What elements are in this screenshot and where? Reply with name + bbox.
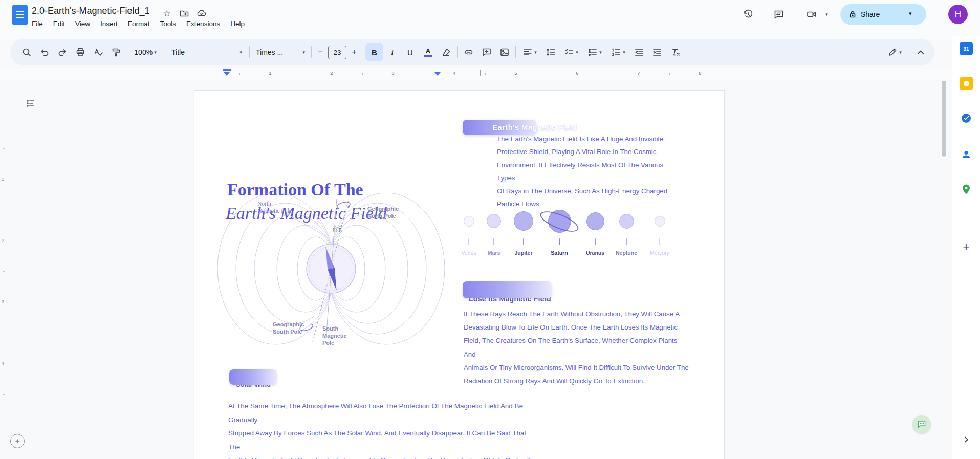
menu-format[interactable]: Format <box>123 18 155 29</box>
redo-icon[interactable] <box>53 43 71 61</box>
bulleted-list-icon[interactable]: ▾ <box>583 43 606 61</box>
decrease-font-size-button[interactable]: − <box>314 43 327 61</box>
increase-indent-icon[interactable] <box>648 43 666 61</box>
add-addon-icon[interactable]: + <box>960 241 973 254</box>
first-line-indent-marker[interactable] <box>223 69 231 71</box>
toolbar-divider <box>164 46 164 58</box>
underline-button[interactable]: U <box>401 43 419 61</box>
planet-label: Mars <box>488 250 500 256</box>
comments-icon[interactable] <box>772 7 786 21</box>
checklist-icon[interactable]: ▾ <box>559 43 583 61</box>
decrease-indent-icon[interactable] <box>630 43 648 61</box>
ruler-number: 8 <box>699 70 701 76</box>
keep-icon[interactable] <box>960 77 973 90</box>
assistant-fab[interactable] <box>912 415 931 433</box>
menu-extensions[interactable]: Extensions <box>181 18 225 29</box>
planet-label: Venus <box>461 250 476 256</box>
print-icon[interactable] <box>71 43 89 61</box>
paragraph-style-select[interactable]: Title▾ <box>166 45 247 60</box>
document-title[interactable]: 2.0-Earth's-Magnetic-Field_1 <box>32 6 150 16</box>
vertical-scrollbar[interactable] <box>942 81 946 157</box>
line-spacing-icon[interactable] <box>541 43 559 61</box>
text-color-bar <box>424 55 432 57</box>
magnetic-field-diagram[interactable]: North Magnetic Pole Geographic North Pol… <box>212 193 453 355</box>
avatar[interactable]: H <box>948 5 968 24</box>
clear-formatting-icon[interactable] <box>666 43 684 61</box>
ruler-tick <box>301 73 301 75</box>
editing-mode-button[interactable]: ▾ <box>882 43 907 61</box>
ruler-tick <box>485 73 486 75</box>
planet-circle <box>586 212 604 230</box>
paint-format-icon[interactable] <box>107 43 125 61</box>
ruler-tick <box>239 73 240 75</box>
style-caret-icon: ▾ <box>239 50 242 55</box>
docs-logo-icon[interactable] <box>12 5 28 25</box>
maps-icon[interactable] <box>960 183 973 196</box>
menu-edit[interactable]: Edit <box>48 18 70 29</box>
left-indent-marker[interactable] <box>224 72 230 76</box>
search-menus-icon[interactable] <box>17 43 35 61</box>
version-history-icon[interactable] <box>741 7 755 21</box>
panel-expand-icon[interactable] <box>960 433 973 446</box>
add-comment-icon[interactable] <box>477 43 495 61</box>
menu-tools[interactable]: Tools <box>155 18 182 29</box>
star-icon[interactable]: ☆ <box>161 8 172 19</box>
lock-icon <box>848 10 857 18</box>
italic-button[interactable]: I <box>383 43 401 61</box>
toolbar-divider <box>363 46 363 58</box>
hide-menus-button[interactable] <box>911 43 929 61</box>
increase-font-size-button[interactable]: + <box>347 43 361 61</box>
ruler-number: 2 <box>330 70 333 76</box>
ruler-tick <box>547 73 547 75</box>
font-caret-icon: ▾ <box>302 50 305 55</box>
section3-badge[interactable] <box>229 369 277 385</box>
undo-icon[interactable] <box>35 43 53 61</box>
tasks-icon[interactable] <box>960 112 973 125</box>
calendar-icon[interactable]: 31 <box>960 42 973 55</box>
explore-icon[interactable] <box>10 434 25 448</box>
toolbar: 100%▾ Title▾ Times ...▾ − 23 + B I U A <box>10 39 934 65</box>
column-indent-marker[interactable] <box>434 72 441 76</box>
section1-paragraph[interactable]: The Earth's Magnetic Field Is Like A Hug… <box>497 133 681 210</box>
share-button[interactable]: Share ▾ <box>840 4 926 25</box>
highlight-color-icon[interactable] <box>437 43 455 61</box>
section2-badge[interactable] <box>463 281 552 298</box>
insert-image-icon[interactable] <box>495 43 513 61</box>
numbered-list-icon[interactable]: 12▾ <box>606 43 630 61</box>
share-caret-icon[interactable]: ▾ <box>909 10 912 17</box>
text-color-button[interactable]: A <box>419 43 437 61</box>
font-select[interactable]: Times ...▾ <box>252 45 309 60</box>
section3-paragraph[interactable]: At The Same Time, The Atmosphere Will Al… <box>228 400 535 459</box>
align-icon[interactable]: ▾ <box>518 43 541 61</box>
toolbar-divider <box>457 46 458 58</box>
spellcheck-icon[interactable] <box>89 43 107 61</box>
insert-link-icon[interactable] <box>460 43 477 61</box>
planet-tick <box>595 238 596 245</box>
document-outline-icon[interactable] <box>24 96 38 111</box>
planet-label: Saturn <box>551 250 568 256</box>
menu-help[interactable]: Help <box>225 18 250 29</box>
menu-view[interactable]: View <box>70 18 95 29</box>
bold-button[interactable]: B <box>365 43 383 61</box>
planet-tick <box>468 238 469 245</box>
planet-circle <box>655 216 665 227</box>
meet-video-icon[interactable] <box>804 7 819 21</box>
menu-insert[interactable]: Insert <box>95 18 123 29</box>
zoom-select[interactable]: 100%▾ <box>129 45 162 60</box>
ruler-number: 5 <box>514 70 517 76</box>
font-size-input[interactable]: 23 <box>328 46 346 59</box>
svg-text:South Pole: South Pole <box>273 329 302 335</box>
move-folder-icon[interactable] <box>179 8 190 19</box>
planet-label: Mercury <box>650 250 669 256</box>
contacts-icon[interactable] <box>960 148 973 161</box>
svg-text:Pole: Pole <box>322 340 334 346</box>
menu-file[interactable]: File <box>27 18 48 29</box>
meet-caret-icon[interactable]: ▾ <box>822 7 830 21</box>
planet-tick <box>493 238 494 245</box>
cloud-status-icon[interactable] <box>196 8 207 19</box>
side-panel: 31 + <box>952 36 980 459</box>
ruler-cursor-tick <box>480 70 481 76</box>
section2-paragraph[interactable]: If These Rays Reach The Earth Without Ob… <box>464 308 689 388</box>
ruler-tick <box>424 73 424 75</box>
planets-graphic[interactable]: VenusMarsJupiterSaturnUranusNeptuneMercu… <box>455 206 681 262</box>
